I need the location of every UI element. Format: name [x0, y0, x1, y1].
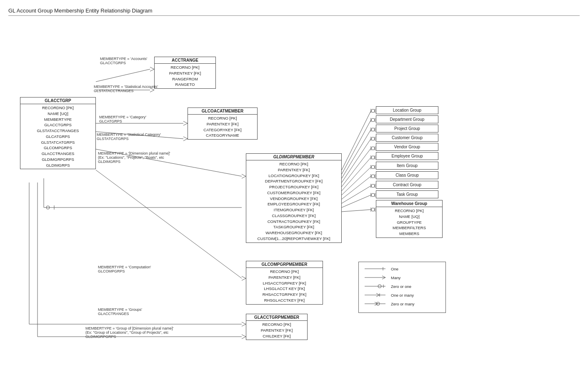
svg-line-13	[242, 174, 246, 176]
legend-item-one-or-many: One or many	[365, 292, 440, 298]
group-box-task: Task Group	[376, 190, 438, 198]
group-box-customer: Customer Group	[376, 134, 438, 142]
svg-point-36	[371, 118, 375, 122]
svg-point-40	[371, 128, 375, 131]
svg-line-19	[96, 170, 242, 278]
diagram-area: GLACCTGRP RECORDNO [PK]NAME [UQ]MEMBERTY…	[8, 20, 579, 362]
entity-body-gldimgrpmember: RECORNO [PK]PARENTKEY [FK]LOCATIONGROUPK…	[246, 160, 341, 242]
entity-header-glcoacatmember: GLCOACATMEMBER	[188, 108, 257, 115]
group-box-project: Project Group	[376, 125, 438, 132]
label-comp: MEMBERTYPE = 'Computation'GLCOMPGRPS	[98, 265, 151, 273]
svg-line-50	[342, 158, 371, 191]
svg-line-84	[376, 293, 380, 295]
svg-line-21	[242, 278, 246, 280]
entity-glcoacatmember: GLCOACATMEMBER RECORNO [PK]PARENTKEY [FK…	[188, 108, 258, 140]
title-underline	[8, 15, 580, 16]
entity-header-glacctgrpmember: GLACCTGRPMEMBER	[246, 314, 307, 321]
entity-body-acctrange: RECORNO [PK]PARENTKEY [FK]RANGEFROMRANGE…	[155, 64, 215, 88]
entity-body-glacctgrpmember: RECORNO [PK]PARENTKEY [FK]CHILDKEY [FK]	[246, 321, 307, 340]
entity-body-glcoacatmember: RECORNO [PK]PARENTKEY [FK]CATEGORYKEY [F…	[188, 115, 257, 139]
svg-line-58	[342, 176, 371, 199]
svg-line-70	[342, 210, 371, 212]
entity-glacctgrp: GLACCTGRP RECORDNO [PK]NAME [UQ]MEMBERTY…	[20, 97, 96, 169]
label-statcat: MEMBERTYPE = 'Statistical Category'GLSTA…	[97, 132, 161, 141]
svg-point-64	[371, 184, 375, 188]
svg-point-32	[371, 109, 375, 112]
svg-line-54	[342, 167, 371, 195]
entity-body-glacctgrp: RECORDNO [PK]NAME [UQ]MEMBERTYPEGLACCTGR…	[20, 104, 95, 169]
svg-point-48	[371, 147, 375, 150]
svg-point-72	[371, 208, 375, 211]
group-box-item: Item Group	[376, 162, 438, 170]
svg-line-34	[342, 120, 371, 174]
group-box-department: Department Group	[376, 115, 438, 123]
group-box-contract: Contract Group	[376, 181, 438, 189]
svg-line-78	[382, 278, 385, 279]
label-statacct: MEMBERTYPE = 'Statistical Accounts'GLSTA…	[94, 85, 158, 93]
entity-header-warehousegroup: Warehouse Group	[376, 200, 442, 207]
entity-header-glcompgrpmember: GLCOMPGRPMEMBER	[246, 261, 323, 268]
svg-line-7	[183, 121, 188, 123]
entity-header-acctrange: ACCTRANGE	[155, 57, 215, 64]
legend-item-one: One	[365, 265, 440, 272]
label-groups: MEMBERTYPE = 'Groups'GLACCTRANGES	[98, 308, 142, 316]
svg-point-68	[371, 193, 375, 197]
label-dim: MEMBERTYPE = '[Dimension plural name]'(E…	[98, 151, 170, 164]
group-box-employee: Employee Group	[376, 152, 438, 160]
legend-item-many: Many	[365, 274, 440, 281]
svg-line-8	[183, 123, 188, 125]
svg-point-52	[371, 156, 375, 159]
svg-line-11	[183, 139, 188, 141]
svg-line-10	[183, 137, 188, 139]
svg-line-20	[242, 276, 246, 278]
entity-body-warehousegroup: RECORNO [PK]NAME [UQ]GROUPTYPEMEMBERFILT…	[376, 207, 442, 238]
page-title: GL Account Group Membership Entity Relat…	[8, 8, 580, 14]
svg-line-62	[342, 186, 371, 203]
svg-line-77	[382, 276, 385, 278]
svg-line-24	[242, 322, 246, 324]
svg-line-38	[342, 130, 371, 178]
legend-box: One Many Zero or one	[358, 262, 446, 313]
entity-header-gldimgrpmember: GLDIMGRPMEMBER	[246, 154, 341, 160]
svg-line-66	[342, 195, 371, 208]
group-box-class: Class Group	[376, 171, 438, 179]
svg-line-30	[342, 111, 371, 170]
legend-item-zero-or-one: Zero or one	[365, 283, 440, 290]
entity-warehousegroup: Warehouse Group RECORNO [PK]NAME [UQ]GRO…	[376, 200, 443, 238]
legend-item-zero-or-many: Zero or many	[365, 300, 440, 307]
svg-point-60	[371, 175, 375, 178]
svg-line-1	[150, 67, 154, 69]
entity-gldimgrpmember: GLDIMGRPMEMBER RECORNO [PK]PARENTKEY [FK…	[246, 153, 342, 243]
svg-point-56	[371, 165, 375, 169]
svg-line-28	[242, 335, 246, 337]
group-box-location: Location Group	[376, 106, 438, 114]
svg-point-17	[46, 206, 50, 209]
label-groupofdim: MEMBERTYPE = 'Group of [Dimension plural…	[85, 326, 173, 339]
group-box-vendor: Vendor Group	[376, 143, 438, 151]
label-category: MEMBERTYPE = 'Category'GLCATGRPS	[99, 115, 146, 123]
entity-acctrange: ACCTRANGE RECORNO [PK]PARENTKEY [FK]RANG…	[154, 57, 216, 89]
svg-line-42	[342, 139, 371, 182]
svg-line-14	[242, 176, 246, 178]
svg-line-29	[242, 337, 246, 339]
svg-line-85	[376, 295, 380, 297]
svg-line-0	[96, 69, 150, 82]
entity-body-glcompgrpmember: RECORNO [PK]PARENTKEY [FK]LHSACCTGRPKEY …	[246, 268, 323, 304]
entity-glcompgrpmember: GLCOMPGRPMEMBER RECORNO [PK]PARENTKEY [F…	[246, 261, 323, 305]
entity-header-glacctgrp: GLACCTGRP	[20, 98, 95, 104]
svg-point-44	[371, 137, 375, 140]
page-container: GL Account Group Membership Entity Relat…	[0, 0, 588, 365]
entity-glacctgrpmember: GLACCTGRPMEMBER RECORNO [PK]PARENTKEY [F…	[246, 314, 308, 340]
svg-line-25	[242, 324, 246, 326]
label-acctrange: MEMBERTYPE = 'Accounts'GLACCTGRPS	[100, 57, 148, 65]
svg-line-46	[342, 148, 371, 187]
svg-line-2	[150, 69, 154, 71]
